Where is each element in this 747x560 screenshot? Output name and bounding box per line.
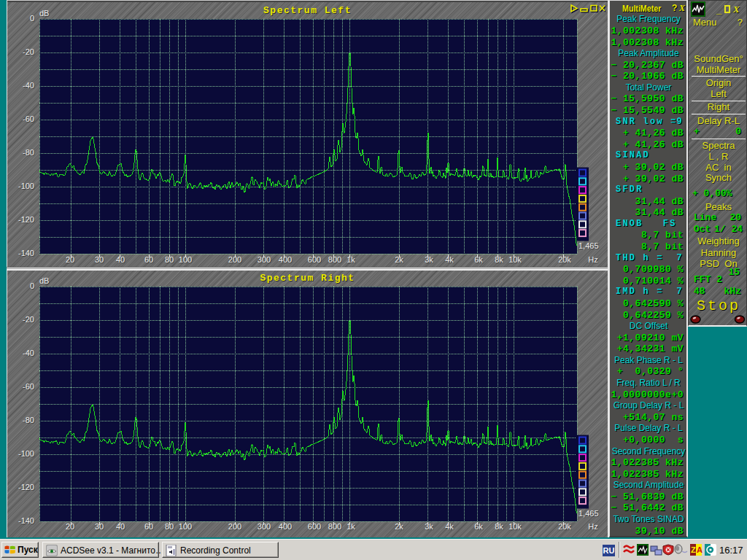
svg-text:Z: Z [691, 545, 696, 554]
svg-text:A: A [697, 545, 703, 554]
